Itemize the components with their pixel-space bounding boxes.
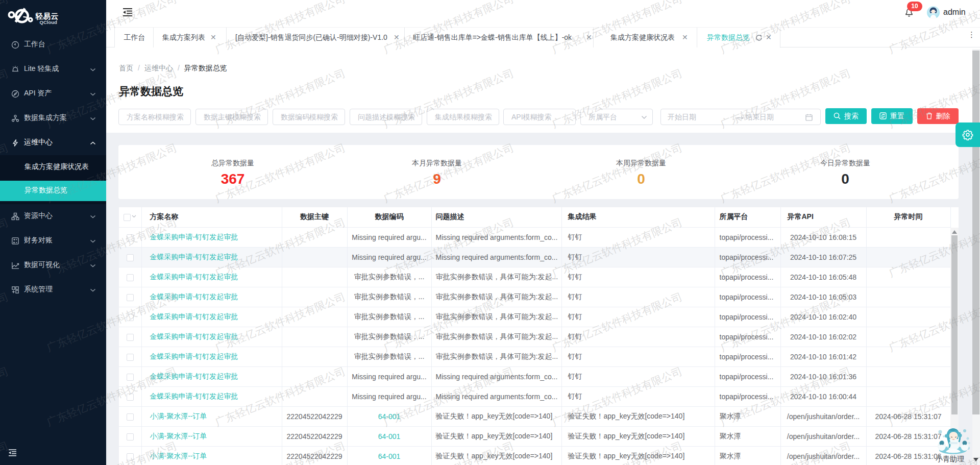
svg-text:QCloud: QCloud <box>40 19 57 25</box>
